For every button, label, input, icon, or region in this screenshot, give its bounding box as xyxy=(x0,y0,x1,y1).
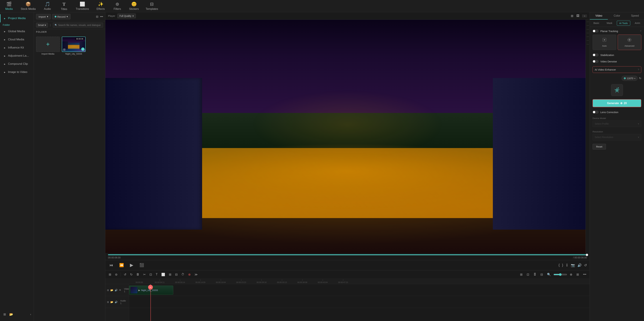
player-progress-bar[interactable] xyxy=(108,254,587,255)
undo-icon[interactable]: ↺ xyxy=(122,272,128,277)
sidebar-collapse-toggle[interactable]: ‹ xyxy=(30,313,31,316)
subtab-ai-tools[interactable]: AI Tools xyxy=(617,21,630,26)
subtab-basic[interactable]: Basic xyxy=(590,20,603,27)
player-progress-thumb[interactable] xyxy=(586,254,588,256)
record-button[interactable]: Record ▾ xyxy=(52,14,70,19)
add-track-icon[interactable]: ⊞ xyxy=(107,289,109,292)
speed-icon[interactable]: ⏱ xyxy=(180,272,186,277)
multi-track-icon[interactable]: ⊞ xyxy=(107,272,112,277)
insert-icon[interactable]: ↧ xyxy=(566,263,568,267)
more-options-icon[interactable]: ••• xyxy=(100,15,103,18)
add-audio-icon[interactable]: ⊞ xyxy=(107,301,109,303)
marker-icon[interactable]: ⊗ xyxy=(187,272,192,277)
search-input[interactable] xyxy=(58,24,102,26)
sidebar-item-compound-clip[interactable]: ▸ Compound Clip xyxy=(0,60,34,68)
sidebar-item-influence-kit[interactable]: ▸ Influence Kit xyxy=(0,44,34,52)
frame-back-button[interactable]: ⏪ xyxy=(118,262,125,268)
smart-button[interactable]: Smart ▾ xyxy=(36,23,48,27)
tab-speed[interactable]: Speed xyxy=(626,12,644,19)
audio-vol-icon[interactable]: 🔊 xyxy=(115,301,118,303)
split-icon[interactable]: ⊡ xyxy=(525,272,530,277)
magnet-icon[interactable]: ⊜ xyxy=(114,272,119,277)
clone-icon[interactable]: ⊞ xyxy=(168,272,173,277)
tab-color[interactable]: Color xyxy=(608,12,626,19)
toolbar-stock-media[interactable]: 📦 Stock Media xyxy=(18,0,38,11)
ruler-time-4: 00:00:19:04 xyxy=(216,281,226,283)
sidebar-item-project-media[interactable]: ▸ Project Media xyxy=(0,14,34,22)
grid-view-icon[interactable]: ⊞ xyxy=(570,13,574,18)
text-icon[interactable]: T xyxy=(154,272,159,277)
sidebar-item-global-media[interactable]: ▸ Global Media xyxy=(0,27,34,35)
folder-label[interactable]: Folder xyxy=(3,23,10,26)
lens-correction-toggle[interactable] xyxy=(592,111,599,114)
select-resolution-dropdown[interactable]: Select Resolution ▾ xyxy=(592,134,641,140)
stabilization-toggle[interactable] xyxy=(592,53,599,56)
crop-icon[interactable]: ⊡ xyxy=(148,272,153,277)
folder-track-icon[interactable]: 📂 xyxy=(110,289,113,292)
toolbar-transitions[interactable]: ⬜ Transitions xyxy=(73,0,92,11)
timeline-menu-icon[interactable]: ⊞ xyxy=(519,272,524,277)
subtab-mask[interactable]: Mask xyxy=(603,20,616,27)
generate-credit-icon: ⊕ xyxy=(620,102,622,105)
video-denoise-toggle[interactable] xyxy=(592,60,599,63)
image-icon[interactable]: 🖼 xyxy=(576,13,580,18)
subtab-anim[interactable]: Anim xyxy=(631,20,644,27)
more-tools-icon[interactable]: ≫ xyxy=(193,272,199,277)
planar-tracking-help-icon[interactable]: ? xyxy=(640,30,641,32)
zoom-in-icon[interactable]: ⊕ xyxy=(568,272,574,277)
generate-button[interactable]: Generate ⊕ 20 xyxy=(592,99,641,107)
planar-tracking-toggle[interactable] xyxy=(592,29,599,32)
audio-mix-icon[interactable]: 🎛 xyxy=(532,272,538,277)
eye-icon[interactable]: 👁 xyxy=(119,289,121,292)
layout-icon[interactable]: ⊞ xyxy=(575,272,580,277)
stop-button[interactable]: ⬛ xyxy=(138,262,146,268)
player-controls: ⏮ ⏪ ▶ ⬛ { } ↧ 📷 🔊 ↺ xyxy=(105,260,590,270)
cut-icon[interactable]: ✂ xyxy=(142,272,147,277)
player-sidebar-toggle[interactable]: › xyxy=(582,14,587,17)
reset-button[interactable]: Reset xyxy=(592,144,606,150)
toolbar-effects[interactable]: ✨ Effects xyxy=(93,0,108,11)
toolbar-stickers[interactable]: 😊 Stickers xyxy=(126,0,142,11)
import-folder-icon[interactable]: 📂 xyxy=(9,312,14,317)
folder-audio-icon[interactable]: 📂 xyxy=(110,301,113,303)
tab-video[interactable]: Video xyxy=(590,12,608,19)
sidebar-item-adjustment-la[interactable]: ▸ Adjustment La... xyxy=(0,52,34,60)
import-media-box[interactable]: + xyxy=(36,37,60,52)
import-button[interactable]: Import ▾ xyxy=(36,14,51,19)
select-profile-dropdown[interactable]: Select Profile ▾ xyxy=(592,121,641,127)
new-folder-icon[interactable]: ⊞ xyxy=(3,312,6,317)
more-icon[interactable]: ↺ xyxy=(584,263,587,267)
toolbar-titles[interactable]: T Titles xyxy=(56,0,72,12)
redo-icon[interactable]: ↻ xyxy=(129,272,134,277)
toolbar-audio[interactable]: 🎵 Audio xyxy=(40,0,55,11)
delete-icon[interactable]: 🗑 xyxy=(135,272,141,277)
audio-icon[interactable]: 🔊 xyxy=(578,263,582,267)
toolbar-templates[interactable]: ⊟ Templates xyxy=(143,0,161,11)
rect-icon[interactable]: ⬜ xyxy=(160,272,166,277)
night-city-thumb[interactable]: 00:00:06 🖼 ⬆ ✓ Night_city_SSSS xyxy=(62,37,86,55)
zoom-slider[interactable] xyxy=(554,273,567,276)
ai-video-enhancer-box[interactable]: AI Video Enhancer ? xyxy=(592,66,641,73)
composite-icon[interactable]: ⊟ xyxy=(174,272,179,277)
night-city-box[interactable]: 00:00:06 🖼 ⬆ ✓ xyxy=(62,37,86,52)
ellipsis-icon[interactable]: ••• xyxy=(582,272,588,277)
toolbar-media[interactable]: 🎬 Media xyxy=(1,0,17,11)
toolbar-filters[interactable]: ⊚ Filters xyxy=(110,0,125,11)
play-button[interactable]: ▶ xyxy=(128,262,135,268)
planar-auto-option[interactable]: Auto xyxy=(592,35,616,50)
in-point-icon[interactable]: { xyxy=(558,263,560,267)
vol-icon[interactable]: 🔊 xyxy=(115,289,118,292)
quality-select[interactable]: Full Quality ▾ xyxy=(117,13,136,18)
zoom-out-icon[interactable]: 🔍 xyxy=(546,272,552,277)
planar-advanced-option[interactable]: Advanced xyxy=(618,35,642,50)
refresh-icon[interactable]: ↻ xyxy=(639,77,641,80)
sidebar-item-cloud-media[interactable]: ▸ Cloud Media xyxy=(0,35,34,44)
skip-back-button[interactable]: ⏮ xyxy=(108,262,114,268)
import-media-thumb[interactable]: + Import Media xyxy=(36,37,60,55)
track-icon[interactable]: ⊟ xyxy=(539,272,544,277)
sidebar-item-image-to-video[interactable]: ▸ Image to Video xyxy=(0,68,34,76)
filter-icon[interactable]: ⊟ xyxy=(96,15,98,18)
out-point-icon[interactable]: } xyxy=(562,263,563,267)
ai-enhancer-help-icon[interactable]: ? xyxy=(638,68,639,71)
snapshot-icon[interactable]: 📷 xyxy=(571,263,575,267)
